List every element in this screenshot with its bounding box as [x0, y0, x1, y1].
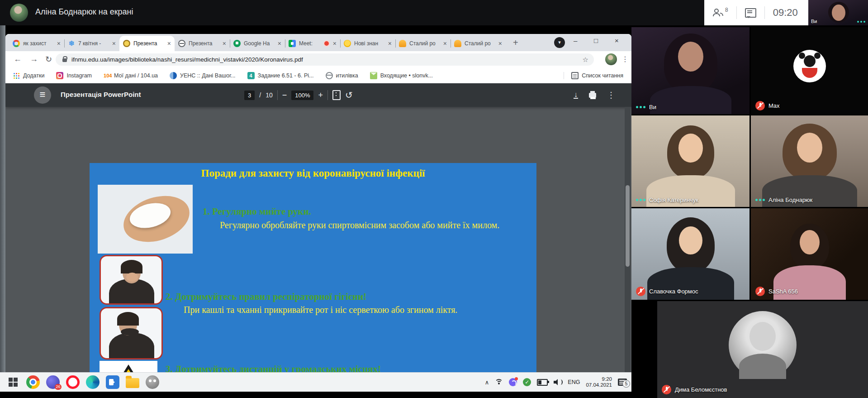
start-button[interactable]	[6, 375, 20, 389]
taskbar-gimp-icon[interactable]	[146, 375, 159, 389]
action-center-icon[interactable]: 5	[618, 379, 627, 386]
slide-item1-heading: 1. Регулярно мийте руки.	[203, 206, 311, 217]
divider	[764, 6, 765, 19]
video-tile-alina[interactable]: Аліна Боднарюк	[751, 115, 868, 207]
zoom-out-button[interactable]: −	[282, 91, 287, 100]
participant-name: Ви	[649, 104, 656, 110]
volume-icon[interactable]	[554, 379, 562, 385]
pdf-more-button[interactable]: ⋮	[607, 90, 615, 100]
taskbar-chrome-icon[interactable]	[26, 375, 40, 389]
tab-close-icon[interactable]: ×	[388, 40, 392, 47]
share-letterbox	[0, 392, 631, 398]
pdf-menu-button[interactable]: ≡	[34, 86, 51, 104]
pdf-page-input[interactable]: 3	[244, 91, 255, 100]
bookmark-apps[interactable]: Додатки	[13, 72, 44, 79]
browser-tab-active[interactable]: Презента ×	[119, 36, 175, 51]
address-bar[interactable]: ifnmu.edu.ua/images/biblioteka/nashi_res…	[56, 53, 594, 66]
video-tile-dyma[interactable]: Дима Беломєстнов	[657, 301, 868, 398]
participants-button[interactable]: 8	[712, 8, 728, 17]
rotate-button[interactable]: ↺	[345, 90, 353, 101]
language-indicator[interactable]: ENG	[568, 379, 580, 385]
print-button[interactable]	[589, 93, 596, 98]
sneeze-elbow-image	[100, 307, 163, 360]
taskbar-edge-icon[interactable]	[86, 375, 100, 389]
globe-icon	[326, 72, 333, 79]
tab-label: Презента	[133, 40, 164, 47]
four-badge-icon: 4	[247, 72, 255, 79]
video-tile-sofiia[interactable]: Софія Катеринчук	[631, 115, 749, 207]
pdf-scrollbar-thumb[interactable]	[626, 185, 630, 267]
bookmark-instagram[interactable]: Instagram	[56, 72, 92, 79]
taskbar-clock[interactable]: 9:20 07.04.2021	[586, 376, 612, 388]
browser-tab[interactable]: Нові знан ×	[340, 36, 395, 51]
browser-tab[interactable]: Google Ha ×	[230, 36, 285, 51]
taskbar-opera-icon[interactable]	[66, 375, 80, 389]
notification-count: 5	[622, 380, 630, 388]
video-tile-slavochka[interactable]: Славочка Формос	[631, 208, 749, 300]
fit-page-button[interactable]	[332, 90, 341, 100]
taskbar-firefox-icon[interactable]: 26	[46, 375, 60, 389]
bookmark-zadanie[interactable]: 4 Задание 6.51 - 6. Рі...	[247, 72, 314, 79]
browser-menu-button[interactable]: ⋮	[621, 55, 629, 63]
participant-name: SaShA 656	[768, 288, 798, 295]
bell-favicon	[399, 40, 406, 47]
viber-tray-icon[interactable]	[509, 378, 517, 386]
tab-close-icon[interactable]: ×	[278, 40, 281, 47]
window-close-button[interactable]: ×	[615, 37, 619, 44]
tab-close-icon[interactable]: ×	[112, 40, 116, 47]
reload-button[interactable]: ↻	[45, 54, 52, 64]
pdf-document-title: Презентація PowerPoint	[61, 91, 141, 98]
browser-tab[interactable]: G як захист ×	[9, 36, 64, 51]
zoom-in-button[interactable]: +	[318, 91, 323, 100]
bookmark-uens[interactable]: УЕНС :: Дані Вашог...	[170, 72, 236, 79]
104-logo-icon: 104	[104, 72, 111, 79]
video-tile-max[interactable]: Max	[751, 27, 868, 114]
bookmark-itylivka[interactable]: итилівка	[326, 72, 358, 79]
browser-tab[interactable]: Meet: ×	[285, 36, 340, 51]
page-separator: /	[259, 91, 261, 99]
tab-close-icon[interactable]: ×	[167, 40, 171, 47]
taskbar-camera-app-icon[interactable]	[106, 375, 119, 389]
reading-list-button[interactable]: Список читання	[564, 72, 631, 79]
pdf-zoom-level[interactable]: 100%	[291, 91, 313, 100]
window-minimize-button[interactable]: –	[574, 37, 577, 44]
browser-tab[interactable]: Сталий ро ×	[451, 36, 506, 51]
new-tab-button[interactable]: +	[513, 38, 518, 51]
tab-close-icon[interactable]: ×	[333, 40, 337, 47]
tab-close-icon[interactable]: ×	[443, 40, 447, 47]
video-tile-sasha[interactable]: SaShA 656	[751, 208, 868, 300]
browser-tab[interactable]: Сталий ро ×	[395, 36, 451, 51]
slide-item1-body: Регулярно обробляйте руки спиртовмісним …	[199, 219, 526, 231]
download-button[interactable]: ↓	[574, 91, 578, 99]
forward-button[interactable]: →	[30, 54, 38, 64]
browser-tab[interactable]: ❄ 7 квітня - ×	[64, 36, 119, 51]
wifi-icon[interactable]	[495, 379, 503, 385]
soap-hands-image	[98, 185, 193, 254]
browser-tab[interactable]: Презента ×	[175, 36, 230, 51]
recording-dot-icon	[323, 40, 330, 47]
window-maximize-button[interactable]: □	[594, 37, 598, 44]
selfview-thumbnail[interactable]: Ви	[808, 0, 868, 25]
taskbar-file-explorer-icon[interactable]	[126, 378, 139, 388]
tab-close-icon[interactable]: ×	[223, 40, 226, 47]
bookmark-inbox[interactable]: Входящие • slonvk...	[370, 72, 433, 79]
antivirus-check-icon[interactable]: ✓	[523, 378, 531, 386]
tray-chevron-icon[interactable]: ∧	[485, 379, 489, 386]
bookmarks-bar: Додатки Instagram 104 Мої дані / 104.ua …	[5, 68, 631, 83]
pdf-toolbar: ≡ Презентація PowerPoint 3 / 10 − 100% +…	[5, 83, 631, 107]
tab-search-button[interactable]: ▾	[554, 37, 565, 48]
bookmark-star-icon[interactable]: ☆	[583, 56, 588, 64]
tab-strip: G як захист × ❄ 7 квітня - × Презента × …	[5, 34, 631, 51]
bookmark-104ua[interactable]: 104 Мої дані / 104.ua	[104, 72, 158, 79]
back-button[interactable]: ←	[14, 54, 22, 64]
envelope-icon	[370, 72, 377, 79]
tab-close-icon[interactable]: ×	[57, 40, 61, 47]
chat-icon[interactable]	[745, 8, 756, 18]
pdf-viewer: ≡ Презентація PowerPoint 3 / 10 − 100% +…	[5, 83, 631, 372]
tab-close-icon[interactable]: ×	[498, 40, 502, 47]
battery-icon[interactable]	[537, 379, 548, 386]
video-tile-vy[interactable]: Ви	[631, 27, 749, 114]
audio-activity-icon	[755, 199, 765, 201]
uens-icon	[170, 72, 177, 79]
browser-profile-avatar[interactable]	[605, 53, 617, 65]
